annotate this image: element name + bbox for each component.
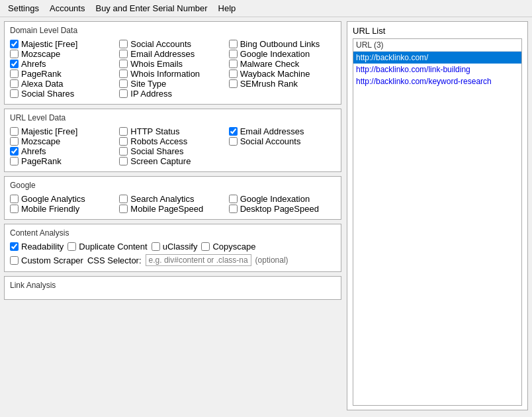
content-custom-scraper[interactable]: Custom Scraper bbox=[10, 255, 83, 265]
menu-help[interactable]: Help bbox=[213, 1, 242, 15]
menubar: Settings Accounts Buy and Enter Serial N… bbox=[0, 0, 532, 17]
google-analytics[interactable]: Google Analytics bbox=[10, 194, 116, 204]
optional-label: (optional) bbox=[255, 255, 288, 265]
content-duplicate[interactable]: Duplicate Content bbox=[67, 242, 147, 252]
domain-social-shares[interactable]: Social Shares bbox=[10, 89, 116, 99]
google-indexation[interactable]: Google Indexation bbox=[229, 194, 335, 204]
google-mobile-friendly[interactable]: Mobile Friendly bbox=[10, 204, 116, 214]
css-selector-input[interactable] bbox=[146, 254, 251, 266]
menu-buy[interactable]: Buy and Enter Serial Number bbox=[90, 1, 212, 15]
menu-settings[interactable]: Settings bbox=[3, 1, 44, 15]
url-list-panel: URL List URL (3) http://backlinko.com/ h… bbox=[347, 21, 528, 410]
domain-mozscape[interactable]: Mozscape bbox=[10, 49, 116, 59]
domain-ahrefs[interactable]: Ahrefs bbox=[10, 59, 116, 69]
domain-wayback[interactable]: Wayback Machine bbox=[229, 69, 335, 79]
google-mobile-pagespeed[interactable]: Mobile PageSpeed bbox=[119, 204, 226, 214]
google-desktop-pagespeed[interactable]: Desktop PageSpeed bbox=[229, 204, 335, 214]
url-list-title: URL List bbox=[353, 26, 522, 36]
url-http-status[interactable]: HTTP Status bbox=[119, 126, 226, 136]
menu-accounts[interactable]: Accounts bbox=[44, 1, 90, 15]
domain-pagerank[interactable]: PageRank bbox=[10, 69, 116, 79]
domain-malware[interactable]: Malware Check bbox=[229, 59, 335, 69]
content-copyscape[interactable]: Copyscape bbox=[201, 242, 255, 252]
url-email-addresses[interactable]: Email Addresses bbox=[229, 126, 335, 136]
url-mozscape[interactable]: Mozscape bbox=[10, 136, 116, 146]
domain-email-addresses[interactable]: Email Addresses bbox=[119, 49, 226, 59]
domain-ip-address[interactable]: IP Address bbox=[119, 89, 226, 99]
url-count: URL (3) bbox=[353, 39, 521, 52]
link-analysis-title: Link Analysis bbox=[10, 281, 335, 290]
domain-site-type[interactable]: Site Type bbox=[119, 79, 226, 89]
domain-majestic[interactable]: Majestic [Free] bbox=[10, 39, 116, 49]
content-readability[interactable]: Readability bbox=[10, 242, 64, 252]
url-robots-access[interactable]: Robots Access bbox=[119, 136, 226, 146]
domain-semrush[interactable]: SEMrush Rank bbox=[229, 79, 335, 89]
url-majestic[interactable]: Majestic [Free] bbox=[10, 126, 116, 136]
domain-bing-outbound[interactable]: Bing Outbound Links bbox=[229, 39, 335, 49]
domain-whois-info[interactable]: Whois Information bbox=[119, 69, 226, 79]
content-analysis-section: Content Analysis Readability Duplicate C… bbox=[4, 224, 341, 272]
domain-google-indexation[interactable]: Google Indexation bbox=[229, 49, 335, 59]
link-analysis-section: Link Analysis bbox=[4, 276, 341, 300]
url-item[interactable]: http://backlinko.com/ bbox=[353, 52, 521, 64]
content-uclassify[interactable]: uClassify bbox=[152, 242, 198, 252]
css-selector-label: CSS Selector: bbox=[87, 255, 142, 265]
domain-alexa[interactable]: Alexa Data bbox=[10, 79, 116, 89]
domain-level-title: Domain Level Data bbox=[10, 26, 335, 35]
url-screen-capture[interactable]: Screen Capture bbox=[119, 156, 226, 166]
google-section: Google Google Analytics Mobile Friendly bbox=[4, 176, 341, 220]
domain-social-accounts[interactable]: Social Accounts bbox=[119, 39, 226, 49]
url-item[interactable]: http://backlinko.com/keyword-research bbox=[353, 75, 521, 87]
url-level-title: URL Level Data bbox=[10, 113, 335, 122]
domain-whois-emails[interactable]: Whois Emails bbox=[119, 59, 226, 69]
url-social-shares[interactable]: Social Shares bbox=[119, 146, 226, 156]
google-search-analytics[interactable]: Search Analytics bbox=[119, 194, 226, 204]
url-listbox[interactable]: URL (3) http://backlinko.com/ http://bac… bbox=[353, 38, 522, 406]
url-level-section: URL Level Data Majestic [Free] Mozscape … bbox=[4, 109, 341, 172]
url-pagerank[interactable]: PageRank bbox=[10, 156, 116, 166]
url-social-accounts[interactable]: Social Accounts bbox=[229, 136, 335, 146]
url-ahrefs[interactable]: Ahrefs bbox=[10, 146, 116, 156]
domain-level-section: Domain Level Data Majestic [Free] Mozsca… bbox=[4, 21, 341, 105]
url-item[interactable]: http://backlinko.com/link-building bbox=[353, 64, 521, 75]
google-title: Google bbox=[10, 181, 335, 190]
content-analysis-title: Content Analysis bbox=[10, 228, 335, 238]
